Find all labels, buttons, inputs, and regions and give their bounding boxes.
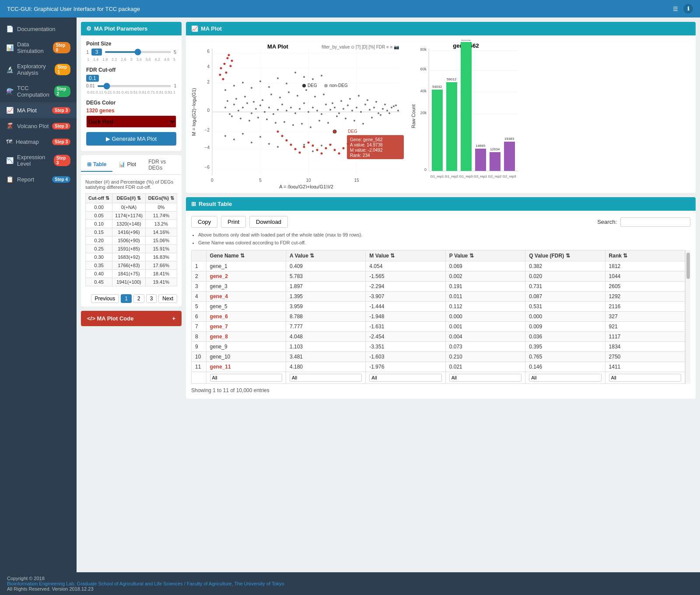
svg-point-156 xyxy=(334,149,336,151)
code-section[interactable]: </> MA Plot Code + xyxy=(81,311,182,326)
filter-row xyxy=(192,372,685,384)
chart-icon: 📊 xyxy=(119,161,125,167)
sidebar-item-data-simulation[interactable]: 📊 Data Simulation Step 0 xyxy=(0,37,77,59)
fdr-slider[interactable] xyxy=(97,85,171,87)
params-card: ⚙ MA Plot Parameters Point Size 1 3 5 xyxy=(81,22,182,151)
col-p-value[interactable]: P Value ⇅ xyxy=(445,251,525,261)
col-degs-num: DEGs(#) ⇅ xyxy=(112,194,146,203)
svg-point-41 xyxy=(273,113,274,115)
footer-link[interactable]: Bioinformation Engineering Lab, Graduate… xyxy=(7,581,284,586)
sidebar-item-exploratory-analysis[interactable]: 🔬 Exploratory Analysis Step 1 xyxy=(0,59,77,80)
sidebar-icon-expression-level: 📉 xyxy=(6,157,14,164)
sidebar-item-volcano-plot[interactable]: 🌋 Volcano Plot Step 3 xyxy=(0,118,77,134)
fdr-value: 0.1 xyxy=(86,75,99,82)
filter-q-value[interactable] xyxy=(529,374,601,382)
generate-ma-plot-button[interactable]: ▶ Generate MA Plot xyxy=(86,132,176,146)
col-m-value[interactable]: M Value ⇅ xyxy=(366,251,445,261)
svg-text:4: 4 xyxy=(207,64,210,69)
color-select[interactable]: Dark Red xyxy=(86,115,176,128)
svg-point-72 xyxy=(235,98,237,100)
page-1-button[interactable]: 1 xyxy=(121,294,132,303)
sidebar-item-report[interactable]: 📋 Report Step 4 xyxy=(0,171,77,187)
svg-point-103 xyxy=(371,117,373,118)
svg-point-148 xyxy=(299,152,301,154)
info-icon[interactable]: ℹ xyxy=(683,4,693,14)
svg-point-46 xyxy=(294,112,296,114)
degs-count: 1320 genes xyxy=(86,108,115,114)
svg-rect-202 xyxy=(504,142,515,171)
svg-point-91 xyxy=(318,120,320,122)
expand-icon[interactable]: + xyxy=(172,315,175,322)
badge-data-simulation: Step 0 xyxy=(53,42,70,53)
table-grid-icon: ⊞ xyxy=(191,201,196,207)
note-2: Gene Name was colored according to FDR c… xyxy=(198,239,690,247)
fdr-max: 1 xyxy=(174,84,176,88)
chart-line-icon: 📈 xyxy=(191,25,198,32)
svg-point-49 xyxy=(308,111,309,113)
filter-gene-name[interactable] xyxy=(210,374,282,382)
sidebar-item-documentation[interactable]: 📄 Documentation xyxy=(0,21,77,37)
svg-point-63 xyxy=(369,109,371,111)
svg-text:−2: −2 xyxy=(205,128,210,132)
col-a-value[interactable]: A Value ⇅ xyxy=(286,251,365,261)
svg-point-152 xyxy=(316,149,318,151)
svg-point-131 xyxy=(303,144,305,146)
tab-table[interactable]: ⊞ Table xyxy=(81,158,112,172)
svg-point-117 xyxy=(286,83,287,84)
col-rank[interactable]: Rank ⇅ xyxy=(605,251,685,261)
filter-m-value[interactable] xyxy=(369,374,441,382)
svg-text:5: 5 xyxy=(259,178,262,183)
main-layout: 📄 Documentation 📊 Data Simulation Step 0… xyxy=(0,17,700,572)
svg-point-58 xyxy=(347,104,349,106)
svg-text:59012: 59012 xyxy=(447,77,457,81)
col-degs-pct: DEGs(%) ⇅ xyxy=(145,194,177,203)
table-row: 0.351766(+83)17.66% xyxy=(86,261,177,270)
svg-point-167 xyxy=(333,130,336,133)
page-3-button[interactable]: 3 xyxy=(146,294,157,303)
svg-point-64 xyxy=(373,107,375,108)
download-button[interactable]: Download xyxy=(249,216,288,228)
point-size-slider[interactable] xyxy=(105,51,171,53)
svg-point-51 xyxy=(316,110,318,111)
svg-point-97 xyxy=(345,118,346,119)
svg-point-146 xyxy=(290,144,292,146)
result-notes: Above buttons only deal with loaded part… xyxy=(191,231,690,247)
result-table-body: Copy Print Download Search: Above button… xyxy=(186,211,696,399)
col-q-value[interactable]: Q Value (FDR) ⇅ xyxy=(525,251,605,261)
params-body: Point Size 1 3 5 11.41.82.22.633.43.84.2… xyxy=(81,35,182,151)
prev-page-button[interactable]: Previous xyxy=(91,294,119,303)
left-panel: ⚙ MA Plot Parameters Point Size 1 3 5 xyxy=(81,22,182,568)
degs-count-label: 1320 genes xyxy=(86,108,176,114)
next-page-button[interactable]: Next xyxy=(158,294,177,303)
svg-point-153 xyxy=(321,153,323,155)
page-2-button[interactable]: 2 xyxy=(133,294,144,303)
sidebar-item-expression-level[interactable]: 📉 Expression Level Step 3 xyxy=(0,150,77,171)
svg-point-142 xyxy=(228,54,230,56)
search-input[interactable] xyxy=(620,217,690,227)
svg-point-56 xyxy=(338,112,340,114)
col-gene-name[interactable]: Gene Name ⇅ xyxy=(206,251,286,261)
svg-point-145 xyxy=(286,139,288,142)
svg-point-116 xyxy=(277,77,279,79)
sidebar-item-ma-plot[interactable]: 📈 MA Plot Step 3 xyxy=(0,102,77,118)
list-item: 1gene_10.4094.0540.0690.3821812 xyxy=(192,261,685,271)
content-area: ⚙ MA Plot Parameters Point Size 1 3 5 xyxy=(77,17,700,572)
filter-rank[interactable] xyxy=(609,374,681,382)
col-num xyxy=(192,251,206,261)
hamburger-icon[interactable]: ☰ xyxy=(673,6,678,12)
svg-point-62 xyxy=(364,104,366,105)
svg-text:15: 15 xyxy=(354,178,359,183)
scroll-indicator[interactable] xyxy=(685,250,690,384)
svg-text:10: 10 xyxy=(306,178,311,183)
filter-a-value[interactable] xyxy=(290,374,362,382)
svg-text:non-DEG: non-DEG xyxy=(329,83,348,88)
sidebar-item-heatmap[interactable]: 🗺 Heatmap Step 3 xyxy=(0,134,77,150)
filter-p-value[interactable] xyxy=(449,374,522,382)
copy-button[interactable]: Copy xyxy=(191,216,217,228)
svg-point-157 xyxy=(338,153,340,155)
svg-text:DEG: DEG xyxy=(348,129,357,134)
sidebar-item-tcc-computation[interactable]: ⚗️ TCC Computation Step 2 xyxy=(0,80,77,102)
print-button[interactable]: Print xyxy=(221,216,246,228)
svg-point-149 xyxy=(303,146,305,148)
tab-plot[interactable]: 📊 Plot xyxy=(112,158,142,172)
